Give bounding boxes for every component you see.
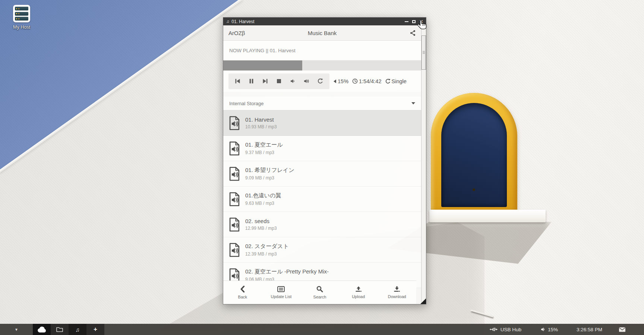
track-row[interactable]: 02. スターダスト 12.39 MB / mp3	[223, 237, 421, 263]
track-meta: 9.09 MB / mp3	[245, 175, 294, 181]
track-row[interactable]: 01. Harvest 10.93 MB / mp3	[223, 110, 421, 136]
messages-button[interactable]	[619, 327, 628, 332]
audio-file-icon	[228, 167, 240, 181]
scrollbar-grip	[423, 51, 425, 54]
wallpaper-arch-window	[431, 93, 517, 213]
wallpaper-window-sill	[429, 210, 546, 222]
previous-track-button[interactable]	[231, 73, 244, 89]
maximize-button[interactable]	[412, 20, 416, 23]
plus-icon: +	[94, 326, 97, 333]
track-row[interactable]: 01. 夏空エール 9.37 MB / mp3	[223, 136, 421, 161]
now-playing-banner: NOW PLAYING || 01. Harvest	[223, 41, 421, 60]
volume-up-icon	[304, 78, 309, 84]
seek-bar-fill	[223, 60, 302, 71]
desktop-icon-my-host[interactable]: My Host	[5, 5, 38, 30]
track-meta: 10.93 MB / mp3	[245, 124, 277, 129]
track-info: 01. 夏空エール 9.37 MB / mp3	[245, 141, 283, 155]
track-info: 01. 希望リフレイン 9.09 MB / mp3	[245, 167, 294, 181]
next-icon	[262, 78, 268, 84]
speaker-icon	[541, 327, 545, 332]
track-list: 01. Harvest 10.93 MB / mp3 01. 夏空エール 9.3…	[223, 110, 421, 288]
music-player-window: ♫ 01. Harvest ✕ ArOZβ Music Bank NOW PLA…	[223, 17, 426, 304]
next-track-button[interactable]	[258, 73, 272, 89]
download-icon	[394, 286, 400, 292]
track-info: 02. 夏空エール -Pretty Perky Mix- 9.06 MB / m…	[245, 268, 329, 282]
play-mode-toggle[interactable]: Single	[385, 78, 407, 84]
storage-selector[interactable]: Internal Storage	[223, 97, 421, 110]
close-button[interactable]: ✕	[419, 19, 423, 24]
taskbar-files-button[interactable]	[51, 324, 69, 335]
wallpaper-arch-keyhole	[473, 188, 475, 191]
track-title: 01. Harvest	[245, 116, 277, 123]
clock: 3:26:58 PM	[577, 327, 602, 332]
time-indicator: 1:54/4:42	[352, 78, 381, 84]
server-bay	[15, 12, 28, 16]
usb-hub-status[interactable]: USB Hub	[490, 327, 521, 332]
player-controls: 15% 1:54/4:42 Single	[223, 71, 421, 92]
repeat-button[interactable]	[313, 73, 327, 89]
caret-down-icon: ▼	[15, 328, 18, 332]
mode-repeat-icon	[385, 79, 391, 84]
track-info: 02. seeds 12.99 MB / mp3	[245, 218, 277, 231]
audio-file-icon	[228, 243, 240, 257]
upload-button[interactable]: Upload	[339, 281, 378, 304]
play-mode-value: Single	[392, 78, 407, 84]
stop-button[interactable]	[272, 73, 286, 89]
track-info: 01.色違いの翼 9.63 MB / mp3	[245, 192, 281, 206]
track-meta: 12.39 MB / mp3	[245, 251, 289, 257]
volume-up-button[interactable]	[300, 73, 313, 89]
window-scrollbar[interactable]	[421, 25, 426, 304]
usb-hub-label: USB Hub	[501, 327, 521, 332]
envelope-icon	[619, 327, 626, 332]
track-row[interactable]: 02. seeds 12.99 MB / mp3	[223, 212, 421, 237]
taskbar-add-button[interactable]: +	[86, 324, 104, 335]
scrollbar-thumb[interactable]	[422, 35, 426, 70]
server-icon	[13, 5, 30, 22]
taskbar: ▼ ♫ + USB Hub	[0, 324, 644, 335]
track-title: 01. 希望リフレイン	[245, 167, 294, 174]
seek-bar[interactable]	[223, 60, 421, 71]
volume-status[interactable]: 15%	[541, 327, 558, 332]
pause-button[interactable]	[244, 73, 258, 89]
taskbar-status-area: USB Hub 15% 3:26:58 PM	[490, 324, 644, 335]
usb-icon	[490, 327, 498, 332]
taskbar-cloud-button[interactable]	[33, 324, 51, 335]
tool-label: Search	[313, 295, 326, 299]
track-row[interactable]: 01.色違いの翼 9.63 MB / mp3	[223, 187, 421, 212]
previous-icon	[235, 78, 240, 84]
back-button[interactable]: Back	[223, 281, 262, 304]
track-title: 02. スターダスト	[245, 243, 289, 250]
update-list-button[interactable]: Update List	[262, 281, 301, 304]
window-titlebar[interactable]: ♫ 01. Harvest ✕	[223, 18, 426, 25]
spacer	[223, 92, 421, 97]
taskbar-music-button[interactable]: ♫	[69, 324, 86, 335]
track-title: 01. 夏空エール	[245, 141, 283, 148]
audio-file-icon	[228, 141, 240, 156]
track-title: 02. seeds	[245, 218, 277, 224]
time-value: 1:54/4:42	[359, 78, 381, 84]
storage-selected-value: Internal Storage	[229, 101, 264, 106]
track-title: 02. 夏空エール -Pretty Perky Mix-	[245, 268, 329, 275]
transport-button-group	[228, 73, 329, 89]
audio-file-icon	[228, 217, 240, 232]
audio-file-icon	[228, 192, 240, 206]
volume-down-icon	[290, 78, 296, 84]
taskbar-menu-caret[interactable]: ▼	[0, 324, 33, 335]
minimize-button[interactable]	[405, 21, 408, 22]
volume-value: 15%	[338, 78, 348, 84]
audio-file-icon	[228, 116, 240, 130]
window-resize-grip[interactable]	[420, 298, 426, 304]
download-button[interactable]: Download	[378, 281, 416, 304]
share-button[interactable]	[410, 30, 416, 36]
track-meta: 9.37 MB / mp3	[245, 150, 283, 155]
repeat-icon	[318, 78, 323, 84]
tool-label: Back	[238, 295, 247, 299]
server-bay	[15, 17, 28, 21]
stop-icon	[276, 78, 282, 84]
search-button[interactable]: Search	[300, 281, 339, 304]
volume-down-button[interactable]	[286, 73, 300, 89]
track-row[interactable]: 01. 希望リフレイン 9.09 MB / mp3	[223, 161, 421, 187]
music-note-icon: ♫	[75, 326, 79, 333]
cloud-icon	[37, 326, 47, 333]
bottom-toolbar: Back Update List Search Upload Download	[223, 281, 416, 304]
